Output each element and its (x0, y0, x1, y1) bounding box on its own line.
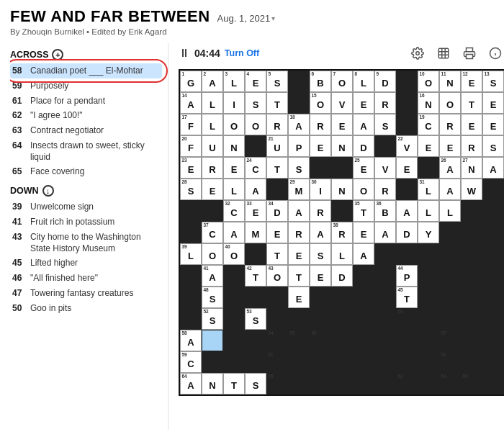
across-clue-65[interactable]: 65Face covering (10, 164, 162, 179)
cell[interactable]: R (461, 135, 482, 157)
down-clue-46[interactable]: 46"All finished here" (10, 271, 162, 286)
cell[interactable]: 33E (245, 200, 266, 222)
cell[interactable]: 44P (396, 265, 418, 287)
cell[interactable]: E (461, 114, 482, 135)
cell[interactable]: 1G (180, 71, 202, 92)
cell[interactable]: 19C (418, 114, 439, 135)
cell[interactable]: 20F (180, 135, 202, 157)
cell[interactable]: 37C (202, 222, 223, 243)
cell[interactable]: E (482, 92, 504, 114)
cell[interactable]: 7O (331, 71, 353, 92)
cell[interactable]: 21U (266, 135, 288, 157)
cell[interactable]: L (331, 243, 353, 265)
across-clue-63[interactable]: 63Contract negotiator (10, 123, 162, 138)
cell[interactable]: 6B (310, 71, 331, 92)
across-clue-64[interactable]: 64Insects drawn to sweet, sticky liquid (10, 138, 162, 164)
cell[interactable]: O (353, 179, 374, 200)
cell[interactable]: E (418, 135, 439, 157)
cell[interactable]: W (461, 179, 482, 200)
cell[interactable]: 22V (396, 135, 418, 157)
cell[interactable]: E (288, 287, 310, 308)
cell[interactable]: 17F (180, 114, 202, 135)
down-clue-41[interactable]: 41Fruit rich in potassium (10, 215, 162, 230)
cell[interactable]: 31L (418, 179, 439, 200)
cell[interactable]: A (439, 179, 461, 200)
across-clue-61[interactable]: 61Place for a pendant (10, 94, 162, 109)
cell[interactable]: E (202, 179, 223, 200)
gear-button[interactable] (433, 43, 454, 63)
cell[interactable]: 2A (202, 71, 223, 92)
down-clue-50[interactable]: 50Goo in pits (10, 301, 162, 316)
cell[interactable]: 38R (331, 222, 353, 243)
cell[interactable]: E (266, 222, 288, 243)
cell[interactable]: O (223, 114, 245, 135)
cell[interactable]: 11N (439, 71, 461, 92)
cell[interactable]: S (288, 157, 310, 179)
cell[interactable]: 45T (396, 287, 418, 308)
cell[interactable]: V (331, 92, 353, 114)
cell[interactable]: E (353, 222, 374, 243)
cell[interactable]: R (439, 114, 461, 135)
cell[interactable]: 29M (288, 179, 310, 200)
cell[interactable]: 43O (266, 265, 288, 287)
across-expand-icon[interactable]: + (52, 49, 63, 60)
cell[interactable]: 41A (202, 265, 223, 287)
cell[interactable]: 5S (266, 71, 288, 92)
cell[interactable]: 10O (418, 71, 439, 92)
cell[interactable]: Y (418, 222, 439, 243)
cell[interactable]: 39L (180, 243, 202, 265)
cell[interactable]: R (202, 157, 223, 179)
cell[interactable]: 4E (245, 71, 266, 92)
cell[interactable]: R (310, 200, 331, 222)
cell[interactable]: S (245, 92, 266, 114)
settings-button[interactable] (408, 43, 428, 63)
across-clue-58[interactable]: 58Canadian poet ___ El-Mohtar (10, 63, 162, 78)
cell[interactable]: T (288, 265, 310, 287)
cell[interactable]: T (266, 243, 288, 265)
cell[interactable]: E (331, 114, 353, 135)
cell[interactable]: 48S (202, 287, 223, 308)
turn-off-button[interactable]: Turn Off (225, 48, 259, 58)
cell[interactable]: P (288, 135, 310, 157)
cell[interactable]: 24C (245, 157, 266, 179)
cell[interactable]: N (223, 135, 245, 157)
cell[interactable]: E (310, 135, 331, 157)
cell[interactable]: N (331, 135, 353, 157)
cell[interactable]: D (331, 265, 353, 287)
cell[interactable]: 32C (223, 200, 245, 222)
cell[interactable]: E (310, 265, 331, 287)
down-clue-45[interactable]: 45Lifted higher (10, 256, 162, 271)
cell[interactable]: R (374, 92, 396, 114)
cell[interactable]: 52S (202, 308, 223, 330)
cell[interactable]: E (288, 243, 310, 265)
pause-button[interactable]: ⏸ (179, 47, 190, 60)
cell[interactable]: D (396, 222, 418, 243)
cell[interactable]: E (223, 157, 245, 179)
cell[interactable]: 36B (374, 200, 396, 222)
cell[interactable]: E (396, 157, 418, 179)
cell[interactable]: 26A (439, 157, 461, 179)
down-expand-icon[interactable]: ↓ (42, 185, 54, 197)
cell[interactable]: 34D (266, 200, 288, 222)
cell[interactable]: A (482, 157, 504, 179)
down-clue-43[interactable]: 43City home to the Washington State Hist… (10, 230, 162, 256)
cell[interactable]: O (439, 92, 461, 114)
cell[interactable]: A (353, 114, 374, 135)
cell[interactable]: V (374, 157, 396, 179)
cell[interactable]: A (245, 179, 266, 200)
puzzle-date[interactable]: Aug. 1, 2021 ▾ (217, 13, 276, 24)
cell[interactable]: 14A (180, 92, 202, 114)
cell[interactable]: 40O (223, 243, 245, 265)
cell[interactable]: 25E (353, 157, 374, 179)
cell[interactable]: A (353, 243, 374, 265)
cell[interactable]: A (310, 222, 331, 243)
cell[interactable]: L (439, 200, 461, 222)
across-clue-62[interactable]: 62"I agree 100!" (10, 108, 162, 123)
cell[interactable]: A (223, 222, 245, 243)
cell[interactable]: A (396, 200, 418, 222)
cell[interactable]: 18A (288, 114, 310, 135)
cell[interactable]: 58A (180, 330, 202, 351)
cell[interactable]: L (418, 200, 439, 222)
cell[interactable]: 53S (245, 308, 266, 330)
cell[interactable]: M (245, 222, 266, 243)
